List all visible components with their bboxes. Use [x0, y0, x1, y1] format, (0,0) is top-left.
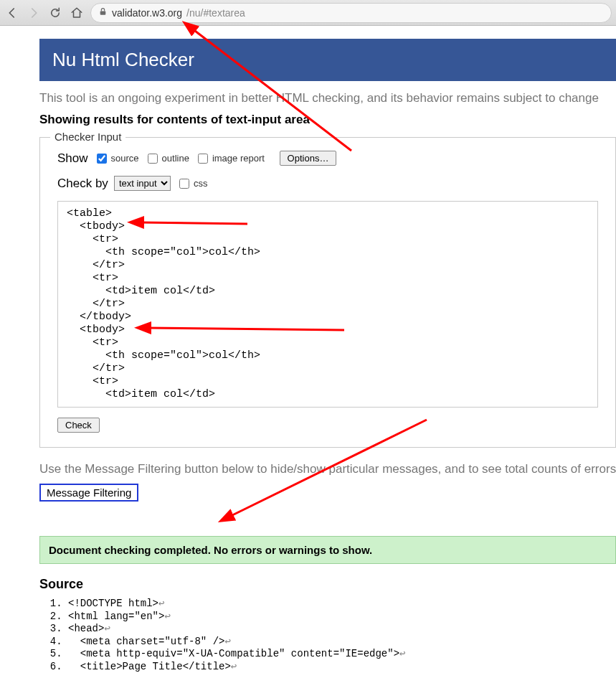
imagereport-checkbox-label[interactable]: image report — [195, 151, 265, 166]
outline-checkbox-text: outline — [162, 153, 189, 164]
browser-toolbar: validator.w3.org/nu/#textarea — [0, 0, 616, 26]
code-textarea[interactable]: <table> <tbody> <tr> <th scope="col">col… — [57, 201, 598, 408]
reload-button[interactable] — [47, 5, 63, 21]
imagereport-checkbox[interactable] — [198, 154, 208, 164]
source-checkbox-label[interactable]: source — [94, 151, 139, 166]
url-host: validator.w3.org — [112, 7, 182, 19]
checker-input-fieldset: Checker Input Show source outline image … — [39, 137, 616, 448]
results-heading: Showing results for contents of text-inp… — [39, 113, 616, 127]
source-list: <!DOCTYPE html>↩<html lang="en">↩<head>↩… — [39, 598, 616, 673]
message-filtering-button[interactable]: Message Filtering — [39, 484, 138, 502]
back-button[interactable] — [4, 5, 20, 21]
source-line: <html lang="en">↩ — [68, 611, 616, 623]
options-button[interactable]: Options… — [280, 151, 337, 166]
address-bar[interactable]: validator.w3.org/nu/#textarea — [90, 3, 612, 23]
message-filter-text: Use the Message Filtering button below t… — [39, 462, 616, 476]
page-title-banner: Nu Html Checker — [39, 39, 616, 81]
success-message: Document checking completed. No errors o… — [39, 536, 616, 564]
show-label: Show — [57, 151, 88, 166]
outline-checkbox[interactable] — [148, 154, 158, 164]
source-line: <meta charset="utf-8" />↩ — [68, 636, 616, 649]
source-line: <title>Page Title</title>↩ — [68, 661, 616, 674]
fieldset-legend: Checker Input — [50, 131, 125, 143]
url-path: /nu/#textarea — [186, 7, 245, 19]
css-checkbox[interactable] — [179, 179, 189, 189]
imagereport-checkbox-text: image report — [212, 153, 265, 164]
page-title: Nu Html Checker — [52, 49, 194, 70]
home-button[interactable] — [69, 5, 85, 21]
forward-button[interactable] — [26, 5, 42, 21]
outline-checkbox-label[interactable]: outline — [145, 151, 189, 166]
source-line: <head>↩ — [68, 623, 616, 636]
intro-text: This tool is an ongoing experiment in be… — [39, 91, 616, 105]
checkby-select[interactable]: text input — [114, 176, 171, 191]
svg-rect-0 — [100, 11, 106, 14]
lock-icon — [98, 7, 108, 19]
check-button[interactable]: Check — [57, 418, 100, 433]
source-line: <!DOCTYPE html>↩ — [68, 598, 616, 611]
css-checkbox-text: css — [194, 178, 208, 189]
source-line: <meta http-equiv="X-UA-Compatible" conte… — [68, 648, 616, 661]
checkby-label: Check by — [57, 177, 108, 191]
css-checkbox-label[interactable]: css — [176, 177, 208, 191]
source-checkbox-text: source — [111, 153, 139, 164]
source-checkbox[interactable] — [97, 154, 107, 164]
source-heading: Source — [39, 577, 616, 592]
